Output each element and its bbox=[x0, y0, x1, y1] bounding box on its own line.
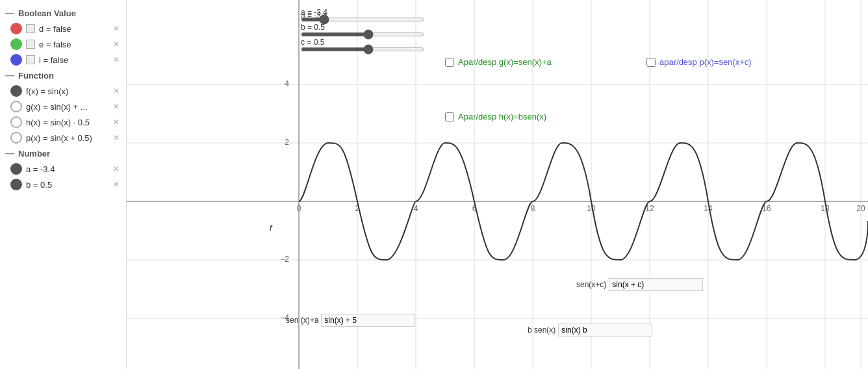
f-delete-btn[interactable]: ✕ bbox=[112, 86, 121, 95]
input-b-sen-prefix: b sen(x) bbox=[528, 325, 555, 335]
i-label: i = false bbox=[39, 55, 112, 65]
number-section-label: Number bbox=[18, 149, 50, 159]
checkbox-p-container: apar/desp p(x)=sen(x+c) bbox=[646, 57, 752, 67]
e-label: e = false bbox=[39, 40, 112, 49]
input-b-sen[interactable] bbox=[558, 324, 652, 337]
f-label: f(x) = sin(x) bbox=[26, 86, 112, 96]
sidebar-item-b[interactable]: b = 0.5 ✕ bbox=[0, 177, 126, 192]
slider-c-row: c = 0.5 bbox=[301, 38, 424, 51]
d-delete-btn[interactable]: ✕ bbox=[112, 24, 121, 33]
b-label: b = 0.5 bbox=[26, 180, 112, 190]
function-collapse-icon: — bbox=[5, 70, 14, 81]
sidebar-item-h[interactable]: h(x) = sin(x) · 0.5 ✕ bbox=[0, 114, 126, 130]
i-checkbox[interactable] bbox=[26, 55, 35, 64]
input-sen-a-container: sen (x)+a bbox=[286, 314, 415, 327]
e-delete-btn[interactable]: ✕ bbox=[112, 40, 121, 49]
sidebar-item-d[interactable]: d = false ✕ bbox=[0, 21, 126, 36]
svg-text:20: 20 bbox=[856, 204, 865, 213]
h-delete-btn[interactable]: ✕ bbox=[112, 118, 121, 127]
input-sen-a[interactable] bbox=[321, 314, 415, 327]
sidebar-item-a[interactable]: a = -3.4 ✕ bbox=[0, 161, 126, 177]
a-circle bbox=[10, 163, 22, 175]
checkbox-h[interactable] bbox=[445, 112, 454, 121]
g-delete-btn[interactable]: ✕ bbox=[112, 102, 121, 111]
p-circle bbox=[10, 132, 22, 144]
sidebar-item-e[interactable]: e = false ✕ bbox=[0, 36, 126, 52]
svg-text:−2: −2 bbox=[280, 255, 289, 264]
sidebar-item-g[interactable]: g(x) = sin(x) + ... ✕ bbox=[0, 99, 126, 114]
checkbox-g-container: Apar/desp g(x)=sen(x)+a bbox=[445, 57, 552, 67]
checkbox-p[interactable] bbox=[646, 58, 656, 67]
svg-rect-0 bbox=[127, 0, 868, 369]
slider-a-row: a = -3.4 bbox=[301, 8, 424, 21]
checkbox-h-container: Apar/desp h(x)=bsen(x) bbox=[445, 112, 546, 121]
svg-text:8: 8 bbox=[531, 204, 535, 213]
boolean-section-label: Boolean Value bbox=[18, 8, 76, 18]
input-sen-c[interactable] bbox=[609, 278, 703, 291]
h-circle bbox=[10, 116, 22, 128]
checkbox-h-label: Apar/desp h(x)=bsen(x) bbox=[458, 112, 546, 121]
a-label: a = -3.4 bbox=[26, 164, 112, 174]
input-b-sen-container: b sen(x) bbox=[528, 324, 652, 337]
checkbox-p-label: apar/desp p(x)=sen(x+c) bbox=[659, 57, 752, 67]
boolean-collapse-icon: — bbox=[5, 8, 14, 18]
svg-text:0: 0 bbox=[297, 204, 301, 213]
checkbox-g-label: Apar/desp g(x)=sen(x)+a bbox=[458, 57, 552, 67]
sidebar: — Boolean Value d = false ✕ e = false ✕ … bbox=[0, 0, 127, 369]
number-collapse-icon: — bbox=[5, 148, 14, 159]
d-label: d = false bbox=[39, 24, 112, 34]
sidebar-item-p[interactable]: p(x) = sin(x + 0.5) ✕ bbox=[0, 130, 126, 146]
slider-b[interactable] bbox=[301, 32, 424, 36]
slider-c[interactable] bbox=[301, 47, 424, 51]
d-circle bbox=[10, 23, 22, 34]
slider-a[interactable] bbox=[301, 18, 424, 21]
a-delete-btn[interactable]: ✕ bbox=[112, 164, 121, 173]
i-delete-btn[interactable]: ✕ bbox=[112, 55, 121, 64]
e-checkbox[interactable] bbox=[26, 40, 35, 49]
graph-canvas: 4 2 −2 −4 0 2 4 6 8 10 12 14 16 18 20 f … bbox=[127, 0, 868, 369]
b-delete-btn[interactable]: ✕ bbox=[112, 180, 121, 189]
input-sen-c-container: sen(x+c) bbox=[576, 278, 703, 291]
f-circle bbox=[10, 85, 22, 97]
input-sen-c-prefix: sen(x+c) bbox=[576, 280, 606, 289]
main-area: 4 2 −2 −4 0 2 4 6 8 10 12 14 16 18 20 f … bbox=[127, 0, 868, 369]
b-circle bbox=[10, 179, 22, 190]
p-label: p(x) = sin(x + 0.5) bbox=[26, 133, 112, 143]
svg-text:4: 4 bbox=[414, 204, 418, 213]
boolean-section-header[interactable]: — Boolean Value bbox=[0, 5, 126, 21]
p-delete-btn[interactable]: ✕ bbox=[112, 133, 121, 142]
h-label: h(x) = sin(x) · 0.5 bbox=[26, 118, 112, 127]
d-checkbox[interactable] bbox=[26, 24, 35, 33]
e-circle bbox=[10, 38, 22, 50]
sliders-container: a = -3.4 b = 0.5 c = 0.5 bbox=[301, 8, 424, 53]
function-section-header[interactable]: — Function bbox=[0, 68, 126, 83]
g-label: g(x) = sin(x) + ... bbox=[26, 102, 112, 112]
input-sen-a-prefix: sen (x)+a bbox=[286, 316, 318, 325]
slider-b-row: b = 0.5 bbox=[301, 23, 424, 36]
sidebar-item-f[interactable]: f(x) = sin(x) ✕ bbox=[0, 83, 126, 99]
sidebar-item-i[interactable]: i = false ✕ bbox=[0, 52, 126, 68]
svg-text:2: 2 bbox=[285, 138, 289, 147]
svg-text:4: 4 bbox=[285, 79, 289, 88]
function-section-label: Function bbox=[18, 71, 54, 81]
i-circle bbox=[10, 54, 22, 66]
number-section-header[interactable]: — Number bbox=[0, 146, 126, 161]
g-circle bbox=[10, 101, 22, 112]
checkbox-g[interactable] bbox=[445, 58, 454, 67]
